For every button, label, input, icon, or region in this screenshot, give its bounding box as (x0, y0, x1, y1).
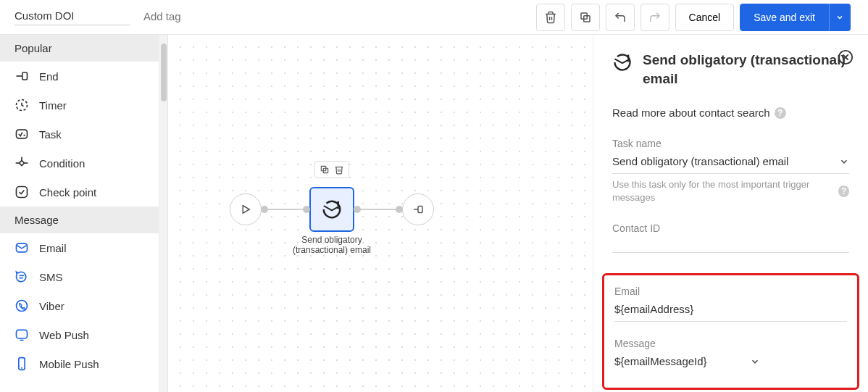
help-icon[interactable]: ? (775, 107, 786, 119)
checkpoint-icon (14, 185, 29, 199)
end-node[interactable] (402, 193, 434, 225)
main: Popular End Timer Task Condition (0, 35, 868, 392)
scrollbar-thumb[interactable] (161, 43, 167, 101)
email-label: Email (614, 285, 847, 297)
mobilepush-icon (14, 356, 29, 371)
node-mini-toolbar (314, 161, 349, 178)
save-button[interactable]: Save and exit (740, 4, 829, 31)
svg-rect-26 (418, 207, 422, 213)
sidebar-item-viber[interactable]: Viber (0, 291, 159, 320)
connector-dot[interactable] (396, 206, 403, 213)
sms-icon (14, 270, 29, 284)
sidebar: Popular End Timer Task Condition (0, 35, 159, 392)
delete-button[interactable] (536, 4, 565, 31)
svg-rect-11 (17, 187, 28, 198)
sidebar-item-end[interactable]: End (0, 62, 159, 91)
node-delete[interactable] (334, 164, 344, 175)
svg-rect-7 (19, 160, 24, 165)
contact-id-label: Contact ID (612, 222, 849, 234)
topbar: Cancel Save and exit (0, 0, 868, 35)
sidebar-item-label: Viber (39, 300, 64, 312)
play-icon (239, 203, 252, 216)
sidebar-item-label: Timer (39, 99, 67, 112)
sidebar-item-sms[interactable]: SMS (0, 262, 159, 291)
group-message: Message (0, 207, 159, 233)
sidebar-item-webpush[interactable]: Web Push (0, 320, 159, 349)
group-popular: Popular (0, 35, 159, 62)
copy-button[interactable] (571, 4, 600, 31)
properties-panel: Send obligatory (transactional) email Re… (593, 35, 868, 392)
panel-head: Send obligatory (transactional) email (612, 51, 849, 88)
sidebar-item-label: Web Push (39, 329, 89, 341)
task-name-value: Send obligatory (transactional) email (612, 155, 788, 167)
email-node[interactable]: Send obligatory (transactional) email (309, 187, 354, 232)
canvas-scrollbar[interactable] (159, 35, 168, 392)
redo-icon (648, 11, 662, 24)
chevron-down-icon (839, 157, 849, 167)
task-name-help: Use this task only for the most importan… (612, 178, 849, 204)
email-value: ${emailAddress} (614, 303, 693, 315)
canvas-area[interactable]: Send obligatory (transactional) email (159, 35, 593, 392)
svg-point-31 (628, 60, 629, 61)
start-node[interactable] (230, 193, 262, 225)
chevron-down-icon (835, 13, 844, 22)
highlighted-fields: Email ${emailAddress} Message ${emailMes… (602, 273, 859, 390)
trash-icon (544, 11, 557, 24)
topbar-actions: Cancel Save and exit (536, 4, 862, 31)
task-name-select[interactable]: Send obligatory (transactional) email (612, 152, 849, 174)
node-label: Send obligatory (transactional) email (281, 235, 383, 256)
save-split-button: Save and exit (740, 4, 851, 31)
panel-title: Send obligatory (transactional) email (643, 51, 849, 88)
sidebar-item-label: End (39, 70, 59, 83)
read-more-text: Read more about contact search (612, 107, 770, 119)
close-icon (838, 49, 854, 65)
topbar-left (6, 9, 230, 25)
connector-line (360, 209, 396, 210)
workflow-flow: Send obligatory (transactional) email (230, 187, 434, 232)
end-icon (412, 203, 425, 216)
copy-icon (320, 164, 330, 175)
transactional-email-icon (612, 52, 633, 72)
node-copy[interactable] (320, 164, 330, 175)
canvas[interactable]: Send obligatory (transactional) email (168, 35, 593, 392)
task-name-label: Task name (612, 138, 849, 149)
email-input[interactable]: ${emailAddress} (614, 300, 847, 322)
sidebar-item-checkpoint[interactable]: Check point (0, 178, 159, 207)
sidebar-item-label: Mobile Push (39, 358, 99, 370)
panel-close[interactable] (836, 48, 855, 67)
save-dropdown[interactable] (829, 4, 851, 31)
sidebar-item-task[interactable]: Task (0, 120, 159, 149)
connector-dot[interactable] (261, 206, 268, 213)
workflow-title-input[interactable] (14, 9, 130, 25)
undo-button[interactable] (606, 4, 635, 31)
sidebar-item-email[interactable]: Email (0, 233, 159, 262)
sidebar-item-label: Check point (39, 186, 96, 199)
condition-icon (14, 156, 29, 170)
webpush-icon (14, 328, 29, 342)
end-icon (14, 69, 29, 83)
message-label: Message (614, 338, 847, 349)
message-value: ${emailMessageId} (614, 355, 707, 367)
email-icon (14, 241, 29, 255)
connector-dot[interactable] (354, 206, 361, 213)
sidebar-item-mobilepush[interactable]: Mobile Push (0, 349, 159, 378)
message-select[interactable]: ${emailMessageId} (614, 352, 847, 373)
trash-icon (334, 164, 344, 175)
svg-rect-16 (17, 330, 28, 338)
sidebar-item-condition[interactable]: Condition (0, 149, 159, 178)
sidebar-item-label: Email (39, 242, 67, 254)
undo-icon (614, 11, 627, 24)
add-tag-input[interactable] (143, 10, 230, 25)
sidebar-item-label: SMS (39, 271, 63, 283)
redo-button[interactable] (640, 4, 669, 31)
connector-dot[interactable] (303, 206, 310, 213)
connector-line (267, 209, 304, 210)
svg-point-24 (338, 207, 338, 208)
help-icon[interactable]: ? (838, 185, 849, 197)
timer-icon (14, 98, 29, 112)
cancel-button[interactable]: Cancel (675, 4, 735, 31)
contact-id-input[interactable] (612, 237, 849, 253)
read-more-link[interactable]: Read more about contact search ? (612, 107, 849, 119)
sidebar-item-timer[interactable]: Timer (0, 91, 159, 120)
viber-icon (14, 299, 29, 313)
